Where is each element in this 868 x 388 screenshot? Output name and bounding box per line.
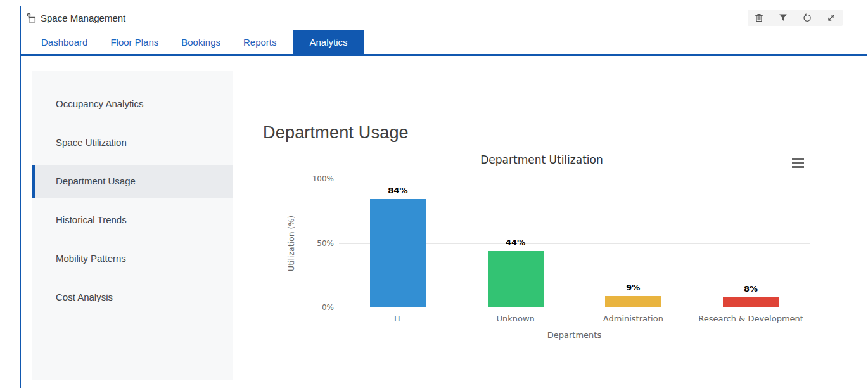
expand-button[interactable] [826, 13, 836, 23]
sidebar-divider [236, 71, 236, 380]
hamburger-menu-icon [792, 166, 804, 168]
department-utilization-chart: Department Utilization Utilization (%) 0… [266, 148, 817, 351]
sidebar-item-department-usage[interactable]: Department Usage [32, 162, 233, 200]
sidebar-item-occupancy-analytics[interactable]: Occupancy Analytics [32, 84, 233, 123]
bar-slot: 84% [339, 179, 457, 307]
bar-value-label: 44% [457, 238, 575, 247]
x-category-label: Administration [575, 314, 692, 324]
tab-reports[interactable]: Reports [237, 30, 283, 54]
expand-icon [826, 13, 836, 23]
y-tick-label: 50% [266, 238, 334, 249]
title-bar: Space Management [21, 6, 867, 30]
bar-slot: 44% [457, 179, 575, 307]
x-axis-title: Departments [339, 330, 810, 340]
hamburger-menu-icon [792, 158, 804, 160]
x-category-labels: ITUnknownAdministrationResearch & Develo… [339, 314, 810, 324]
content-area: Occupancy AnalyticsSpace UtilizationDepa… [21, 56, 867, 386]
x-category-label: Unknown [457, 314, 575, 324]
sidebar-item-label: Cost Analysis [32, 281, 233, 314]
bar-slot: 8% [692, 179, 810, 307]
tab-dashboard[interactable]: Dashboard [35, 30, 94, 54]
sidebar-item-label: Space Utilization [32, 126, 233, 159]
bar-value-label: 84% [339, 186, 457, 195]
y-tick-label: 0% [266, 302, 334, 313]
window-toolbar [748, 10, 843, 26]
sidebar-item-mobility-patterns[interactable]: Mobility Patterns [32, 239, 233, 278]
x-category-label: Research & Development [692, 314, 810, 324]
tab-analytics[interactable]: Analytics [293, 30, 364, 54]
tab-floor-plans[interactable]: Floor Plans [104, 30, 165, 54]
trash-button[interactable] [754, 13, 764, 23]
y-tick-label: 100% [266, 174, 334, 184]
bar-value-label: 9% [575, 283, 692, 292]
refresh-button[interactable] [802, 13, 812, 23]
trash-icon [754, 13, 764, 23]
filter-button[interactable] [778, 13, 788, 23]
page-title: Department Usage [263, 123, 409, 143]
sidebar-item-label: Historical Trends [32, 204, 233, 236]
sidebar-item-label: Occupancy Analytics [32, 87, 233, 120]
bar-administration[interactable] [605, 296, 661, 307]
filter-icon [778, 13, 788, 23]
hamburger-menu-icon [792, 162, 804, 164]
bar-slot: 9% [575, 179, 692, 307]
tab-bar: DashboardFloor PlansBookingsReportsAnaly… [21, 30, 867, 56]
sidebar-item-space-utilization[interactable]: Space Utilization [32, 123, 233, 162]
chart-menu-button[interactable] [791, 157, 806, 169]
app-title: Space Management [41, 13, 125, 23]
refresh-icon [802, 13, 812, 23]
plot-area: 84%44%9%8% [339, 179, 810, 307]
x-category-label: IT [339, 314, 457, 324]
bar-unknown[interactable] [488, 251, 544, 307]
map-pin-box-icon [26, 13, 37, 23]
app-window: Space Management [20, 6, 867, 388]
chart-title: Department Utilization [266, 153, 817, 166]
bar-value-label: 8% [692, 284, 810, 294]
tab-bookings[interactable]: Bookings [175, 30, 227, 54]
sidebar-item-historical-trends[interactable]: Historical Trends [32, 200, 233, 239]
sidebar-item-label: Department Usage [32, 165, 233, 198]
sidebar-item-label: Mobility Patterns [32, 242, 233, 275]
bar-it[interactable] [370, 199, 426, 307]
bar-research-development[interactable] [723, 297, 779, 307]
sidebar: Occupancy AnalyticsSpace UtilizationDepa… [32, 71, 233, 380]
sidebar-item-cost-analysis[interactable]: Cost Analysis [32, 278, 233, 316]
